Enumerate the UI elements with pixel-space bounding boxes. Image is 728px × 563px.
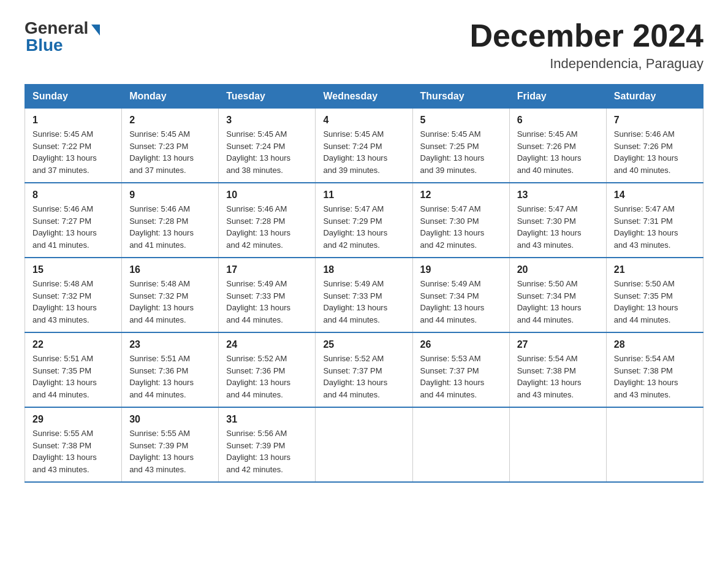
calendar-day-cell: 1Sunrise: 5:45 AM Sunset: 7:22 PM Daylig… [25, 109, 122, 183]
day-number: 20 [517, 264, 599, 275]
day-info: Sunrise: 5:50 AM Sunset: 7:35 PM Dayligh… [614, 278, 696, 326]
day-info: Sunrise: 5:49 AM Sunset: 7:34 PM Dayligh… [420, 278, 502, 326]
day-info: Sunrise: 5:48 AM Sunset: 7:32 PM Dayligh… [129, 278, 211, 326]
day-info: Sunrise: 5:52 AM Sunset: 7:37 PM Dayligh… [323, 353, 404, 400]
day-number: 17 [226, 264, 308, 275]
header-row: Sunday Monday Tuesday Wednesday Thursday… [25, 85, 703, 109]
day-number: 18 [323, 264, 404, 275]
day-number: 3 [226, 115, 308, 126]
day-info: Sunrise: 5:55 AM Sunset: 7:38 PM Dayligh… [32, 427, 114, 475]
logo: General Blue [25, 18, 100, 55]
day-info: Sunrise: 5:54 AM Sunset: 7:38 PM Dayligh… [614, 353, 696, 400]
calendar-week-row: 8Sunrise: 5:46 AM Sunset: 7:27 PM Daylig… [25, 183, 703, 258]
day-number: 11 [323, 190, 404, 201]
calendar-header: Sunday Monday Tuesday Wednesday Thursday… [25, 85, 703, 109]
day-number: 25 [323, 339, 404, 350]
day-info: Sunrise: 5:45 AM Sunset: 7:24 PM Dayligh… [323, 128, 404, 176]
day-info: Sunrise: 5:47 AM Sunset: 7:30 PM Dayligh… [517, 203, 599, 251]
day-info: Sunrise: 5:56 AM Sunset: 7:39 PM Dayligh… [226, 427, 308, 475]
calendar-day-cell [316, 407, 412, 482]
day-number: 27 [517, 339, 599, 350]
calendar-day-cell: 4Sunrise: 5:45 AM Sunset: 7:24 PM Daylig… [316, 109, 412, 183]
calendar-day-cell: 17Sunrise: 5:49 AM Sunset: 7:33 PM Dayli… [219, 258, 316, 332]
day-number: 24 [226, 339, 308, 350]
page-header: General Blue December 2024 Independencia… [25, 18, 703, 72]
calendar-day-cell: 7Sunrise: 5:46 AM Sunset: 7:26 PM Daylig… [606, 109, 703, 183]
day-number: 7 [614, 115, 696, 126]
day-number: 6 [517, 115, 599, 126]
day-number: 28 [614, 339, 696, 350]
day-number: 9 [129, 190, 211, 201]
calendar-day-cell: 19Sunrise: 5:49 AM Sunset: 7:34 PM Dayli… [412, 258, 509, 332]
day-number: 31 [226, 414, 308, 425]
day-info: Sunrise: 5:45 AM Sunset: 7:23 PM Dayligh… [129, 128, 211, 176]
calendar-day-cell: 28Sunrise: 5:54 AM Sunset: 7:38 PM Dayli… [606, 332, 703, 407]
calendar-day-cell: 10Sunrise: 5:46 AM Sunset: 7:28 PM Dayli… [219, 183, 316, 258]
day-info: Sunrise: 5:45 AM Sunset: 7:24 PM Dayligh… [226, 128, 308, 176]
calendar-day-cell: 27Sunrise: 5:54 AM Sunset: 7:38 PM Dayli… [509, 332, 606, 407]
day-number: 29 [32, 414, 114, 425]
calendar-title: December 2024 [469, 18, 703, 53]
day-info: Sunrise: 5:47 AM Sunset: 7:31 PM Dayligh… [614, 203, 696, 251]
calendar-week-row: 22Sunrise: 5:51 AM Sunset: 7:35 PM Dayli… [25, 332, 703, 407]
calendar-day-cell [509, 407, 606, 482]
calendar-day-cell: 6Sunrise: 5:45 AM Sunset: 7:26 PM Daylig… [509, 109, 606, 183]
day-number: 10 [226, 190, 308, 201]
day-number: 14 [614, 190, 696, 201]
calendar-day-cell: 25Sunrise: 5:52 AM Sunset: 7:37 PM Dayli… [316, 332, 412, 407]
calendar-day-cell: 20Sunrise: 5:50 AM Sunset: 7:34 PM Dayli… [509, 258, 606, 332]
day-info: Sunrise: 5:50 AM Sunset: 7:34 PM Dayligh… [517, 278, 599, 326]
day-info: Sunrise: 5:46 AM Sunset: 7:27 PM Dayligh… [32, 203, 114, 251]
calendar-week-row: 1Sunrise: 5:45 AM Sunset: 7:22 PM Daylig… [25, 109, 703, 183]
day-number: 13 [517, 190, 599, 201]
calendar-week-row: 29Sunrise: 5:55 AM Sunset: 7:38 PM Dayli… [25, 407, 703, 482]
calendar-day-cell: 31Sunrise: 5:56 AM Sunset: 7:39 PM Dayli… [219, 407, 316, 482]
header-saturday: Saturday [606, 85, 703, 109]
day-info: Sunrise: 5:49 AM Sunset: 7:33 PM Dayligh… [226, 278, 308, 326]
calendar-day-cell: 15Sunrise: 5:48 AM Sunset: 7:32 PM Dayli… [25, 258, 122, 332]
calendar-subtitle: Independencia, Paraguay [469, 56, 703, 72]
calendar-day-cell: 9Sunrise: 5:46 AM Sunset: 7:28 PM Daylig… [122, 183, 219, 258]
calendar-day-cell: 26Sunrise: 5:53 AM Sunset: 7:37 PM Dayli… [412, 332, 509, 407]
calendar-day-cell: 12Sunrise: 5:47 AM Sunset: 7:30 PM Dayli… [412, 183, 509, 258]
header-friday: Friday [509, 85, 606, 109]
day-number: 4 [323, 115, 404, 126]
calendar-day-cell: 14Sunrise: 5:47 AM Sunset: 7:31 PM Dayli… [606, 183, 703, 258]
calendar-day-cell: 30Sunrise: 5:55 AM Sunset: 7:39 PM Dayli… [122, 407, 219, 482]
calendar-day-cell: 23Sunrise: 5:51 AM Sunset: 7:36 PM Dayli… [122, 332, 219, 407]
day-number: 2 [129, 115, 211, 126]
header-sunday: Sunday [25, 85, 122, 109]
day-info: Sunrise: 5:46 AM Sunset: 7:26 PM Dayligh… [614, 128, 696, 176]
header-monday: Monday [122, 85, 219, 109]
day-number: 8 [32, 190, 114, 201]
logo-blue-text: Blue [26, 36, 63, 55]
day-number: 22 [32, 339, 114, 350]
day-info: Sunrise: 5:54 AM Sunset: 7:38 PM Dayligh… [517, 353, 599, 400]
day-number: 19 [420, 264, 502, 275]
calendar-day-cell: 18Sunrise: 5:49 AM Sunset: 7:33 PM Dayli… [316, 258, 412, 332]
calendar-day-cell: 22Sunrise: 5:51 AM Sunset: 7:35 PM Dayli… [25, 332, 122, 407]
day-info: Sunrise: 5:46 AM Sunset: 7:28 PM Dayligh… [226, 203, 308, 251]
calendar-week-row: 15Sunrise: 5:48 AM Sunset: 7:32 PM Dayli… [25, 258, 703, 332]
day-number: 5 [420, 115, 502, 126]
day-info: Sunrise: 5:47 AM Sunset: 7:29 PM Dayligh… [323, 203, 404, 251]
calendar-day-cell: 3Sunrise: 5:45 AM Sunset: 7:24 PM Daylig… [219, 109, 316, 183]
calendar-day-cell [606, 407, 703, 482]
day-info: Sunrise: 5:49 AM Sunset: 7:33 PM Dayligh… [323, 278, 404, 326]
calendar-day-cell: 5Sunrise: 5:45 AM Sunset: 7:25 PM Daylig… [412, 109, 509, 183]
day-info: Sunrise: 5:47 AM Sunset: 7:30 PM Dayligh… [420, 203, 502, 251]
logo-content: General Blue [25, 18, 100, 55]
day-info: Sunrise: 5:45 AM Sunset: 7:22 PM Dayligh… [32, 128, 114, 176]
calendar-day-cell: 29Sunrise: 5:55 AM Sunset: 7:38 PM Dayli… [25, 407, 122, 482]
day-info: Sunrise: 5:45 AM Sunset: 7:25 PM Dayligh… [420, 128, 502, 176]
calendar-day-cell [412, 407, 509, 482]
day-info: Sunrise: 5:53 AM Sunset: 7:37 PM Dayligh… [420, 353, 502, 400]
day-info: Sunrise: 5:46 AM Sunset: 7:28 PM Dayligh… [129, 203, 211, 251]
calendar-day-cell: 8Sunrise: 5:46 AM Sunset: 7:27 PM Daylig… [25, 183, 122, 258]
header-wednesday: Wednesday [316, 85, 412, 109]
day-info: Sunrise: 5:48 AM Sunset: 7:32 PM Dayligh… [32, 278, 114, 326]
day-number: 30 [129, 414, 211, 425]
logo-triangle [91, 25, 100, 36]
calendar-body: 1Sunrise: 5:45 AM Sunset: 7:22 PM Daylig… [25, 109, 703, 483]
header-tuesday: Tuesday [219, 85, 316, 109]
